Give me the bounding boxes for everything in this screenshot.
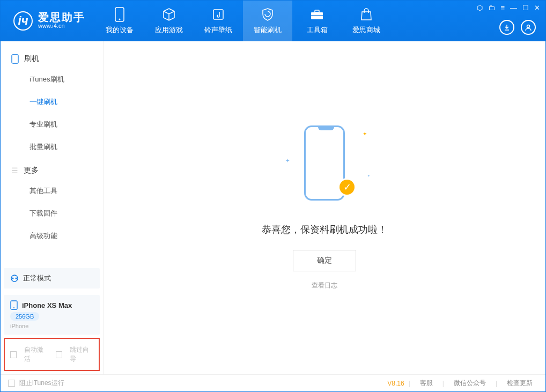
sidebar-item-pro-flash[interactable]: 专业刷机 [1,113,103,136]
success-illustration: ✦ ✦ ✦ ✓ [295,125,354,206]
opt-skip-wizard: 跳过向导 [70,345,93,364]
app-window: iч 爱思助手 www.i4.cn 我的设备 应用游戏 铃声壁纸 智能刷机 [0,0,546,392]
nav-tab-device[interactable]: 我的设备 [95,1,144,41]
logo-icon: iч [13,11,33,31]
close-button[interactable]: ✕ [534,4,540,12]
nav-tab-apps[interactable]: 应用游戏 [144,1,194,41]
check-badge-icon: ✓ [338,178,356,196]
nav-tabs: 我的设备 应用游戏 铃声壁纸 智能刷机 工具箱 爱思商城 [95,1,391,41]
svg-rect-7 [12,55,18,63]
checkbox-auto-activate[interactable] [10,351,17,358]
title-bar: iч 爱思助手 www.i4.cn 我的设备 应用游戏 铃声壁纸 智能刷机 [1,1,545,41]
svg-point-1 [119,19,121,20]
phone-icon [10,300,18,310]
svg-point-9 [12,278,14,279]
sidebar-item-oneclick-flash[interactable]: 一键刷机 [1,91,103,113]
status-bar: 阻止iTunes运行 V8.16 | 客服 | 微信公众号 | 检查更新 [1,374,545,391]
svg-point-6 [527,25,530,28]
body-area: 刷机 iTunes刷机 一键刷机 专业刷机 批量刷机 ☰ 更多 其他工具 下载固… [1,41,545,374]
phone-icon [112,7,127,22]
sidebar-item-advanced[interactable]: 高级功能 [1,225,103,247]
user-button[interactable] [521,20,536,35]
nav-tab-flash[interactable]: 智能刷机 [243,1,292,41]
sparkle-icon: ✦ [367,174,370,177]
device-type: iPhone [10,323,28,329]
success-message: 恭喜您，保资料刷机成功啦！ [262,223,387,236]
music-icon [211,7,226,22]
nav-tab-store[interactable]: 爱思商城 [342,1,391,41]
sidebar-scroll: 刷机 iTunes刷机 一键刷机 专业刷机 批量刷机 ☰ 更多 其他工具 下载固… [1,41,103,265]
nav-label: 铃声壁纸 [204,25,232,35]
shirt-icon[interactable]: ⬡ [477,4,483,12]
svg-rect-3 [311,12,323,19]
svg-rect-4 [315,10,319,12]
svg-rect-5 [311,15,323,16]
svg-rect-2 [213,10,223,19]
nav-label: 智能刷机 [254,25,282,35]
sidebar-group-flash: 刷机 [1,47,103,68]
device-name: iPhone XS Max [22,301,72,309]
sidebar-group-more: ☰ 更多 [1,158,103,180]
window-controls: ⬡ 🗀 ≡ — ☐ ✕ [477,4,540,12]
bottom-options: 自动激活 跳过向导 [4,338,100,371]
nav-tab-media[interactable]: 铃声壁纸 [194,1,243,41]
nav-label: 应用游戏 [155,25,183,35]
sidebar-item-batch-flash[interactable]: 批量刷机 [1,136,103,158]
bag-icon [359,7,374,22]
group-label: 更多 [24,166,39,175]
svg-point-10 [16,278,17,279]
device-icon [11,54,19,64]
download-button[interactable] [499,20,514,35]
sparkle-icon: ✦ [285,158,290,164]
nav-label: 爱思商城 [352,25,380,35]
mode-block[interactable]: 正常模式 [4,268,100,289]
view-log-link[interactable]: 查看日志 [312,281,337,290]
device-block[interactable]: iPhone XS Max 256GB iPhone [4,295,100,335]
maximize-button[interactable]: ☐ [522,4,529,12]
checkbox-skip-wizard[interactable] [56,351,62,358]
support-link[interactable]: 客服 [415,379,438,388]
app-name-en: www.i4.cn [38,23,85,29]
minimize-button[interactable]: — [510,4,517,12]
shield-icon [260,7,275,22]
nav-label: 工具箱 [307,25,328,35]
toolbox-icon [309,7,324,22]
logo-area: iч 爱思助手 www.i4.cn [1,11,95,31]
cube-icon [161,7,176,22]
list-icon: ☰ [11,166,18,175]
header-right [499,20,536,35]
update-link[interactable]: 检查更新 [501,379,538,388]
app-name-cn: 爱思助手 [38,12,85,23]
checkbox-block-itunes[interactable] [8,380,15,387]
sidebar-item-other-tools[interactable]: 其他工具 [1,180,103,202]
version-label: V8.16 [387,380,404,387]
mode-label: 正常模式 [23,273,51,283]
main-content: ✦ ✦ ✦ ✓ 恭喜您，保资料刷机成功啦！ 确定 查看日志 [104,41,545,374]
sidebar-item-itunes-flash[interactable]: iTunes刷机 [1,68,103,91]
svg-point-12 [13,307,14,308]
sparkle-icon: ✦ [363,131,367,137]
storage-badge: 256GB [10,312,39,321]
sidebar-item-download-fw[interactable]: 下载固件 [1,202,103,225]
nav-tab-tools[interactable]: 工具箱 [292,1,342,41]
block-itunes-label: 阻止iTunes运行 [19,379,64,388]
sidebar: 刷机 iTunes刷机 一键刷机 专业刷机 批量刷机 ☰ 更多 其他工具 下载固… [1,41,104,374]
nav-label: 我的设备 [106,25,134,35]
logo-text: 爱思助手 www.i4.cn [38,12,85,29]
ok-button[interactable]: 确定 [293,250,356,271]
menu-icon[interactable]: ≡ [500,4,505,12]
mode-icon [10,274,19,283]
wechat-link[interactable]: 微信公众号 [448,379,491,388]
lock-icon[interactable]: 🗀 [488,4,495,12]
group-label: 刷机 [24,54,39,64]
opt-auto-activate: 自动激活 [24,345,48,364]
